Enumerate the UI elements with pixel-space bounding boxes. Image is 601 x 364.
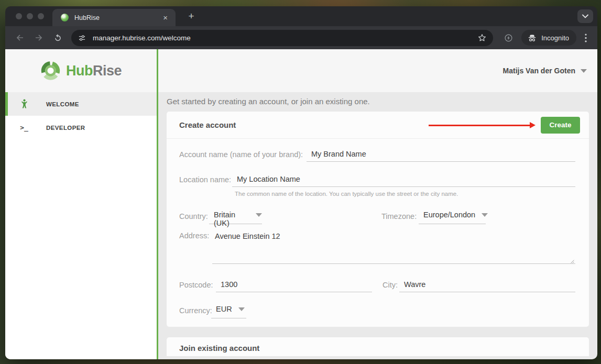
bookmark-star-icon[interactable] (477, 33, 487, 42)
create-account-title: Create account (179, 120, 236, 129)
account-name-label: Account name (name of your brand): (179, 150, 303, 159)
incognito-badge: Incognito (521, 30, 576, 46)
incognito-icon (527, 34, 537, 42)
back-icon (15, 33, 25, 42)
browser-toolbar: manager.hubrise.com/welcome Incognito (5, 26, 597, 49)
create-account-card: Create account Create Account name (name… (167, 112, 589, 327)
back-button[interactable] (13, 31, 27, 45)
join-account-card: Join existing account (167, 337, 589, 356)
sidebar-item-welcome[interactable]: WELCOME (5, 92, 157, 116)
zoom-window-button[interactable] (38, 13, 44, 19)
location-name-label: Location name: (179, 175, 231, 184)
url-bar[interactable]: manager.hubrise.com/welcome (71, 30, 493, 46)
logo-wordmark: HubRise (66, 63, 122, 79)
create-button[interactable]: Create (541, 117, 580, 134)
timezone-select[interactable]: Europe/London (419, 211, 486, 224)
close-window-button[interactable] (16, 13, 22, 19)
welcome-person-icon (18, 99, 30, 109)
currency-label: Currency: (179, 306, 212, 315)
new-tab-button[interactable]: + (185, 10, 198, 23)
city-label: City: (383, 281, 398, 289)
chevron-down-icon (582, 14, 588, 18)
forward-icon (34, 33, 43, 42)
country-label: Country: (179, 212, 208, 220)
performance-mode-button[interactable] (501, 31, 515, 45)
browser-menu-button[interactable] (581, 34, 591, 42)
join-account-title: Join existing account (179, 344, 259, 352)
annotation-arrow-icon (429, 125, 530, 126)
resize-grip-icon[interactable] (569, 258, 574, 263)
intro-text: Get started by creating an account, or j… (167, 97, 589, 106)
battery-saver-leaf-icon (504, 34, 513, 42)
chevron-down-icon (238, 307, 245, 311)
hubrise-page: HubRise Matijs Van der Goten WELCOME >_ (5, 49, 597, 359)
location-name-help: The common name of the location. You can… (235, 191, 458, 197)
terminal-icon: >_ (18, 124, 30, 131)
kebab-menu-icon (585, 34, 587, 42)
sidebar-item-developer[interactable]: >_ DEVELOPER (5, 116, 157, 139)
chevron-down-icon (482, 213, 488, 217)
page-header: HubRise Matijs Van der Goten (5, 49, 597, 92)
hubrise-logo[interactable]: HubRise (40, 59, 122, 82)
user-name: Matijs Van der Goten (503, 67, 575, 75)
tab-hubrise[interactable]: HubRise × (52, 9, 176, 26)
create-account-form: Account name (name of your brand): Locat… (167, 139, 589, 327)
chevron-down-icon (581, 69, 587, 73)
browser-window: HubRise × + (5, 6, 597, 359)
site-settings-icon (78, 34, 86, 42)
location-name-input[interactable] (232, 173, 575, 187)
tab-title: HubRise (74, 14, 161, 21)
close-tab-icon[interactable]: × (161, 13, 169, 23)
address-label: Address: (179, 231, 209, 240)
hubrise-favicon-icon (61, 14, 69, 21)
sidebar: WELCOME >_ DEVELOPER (5, 92, 157, 359)
postcode-input[interactable] (216, 279, 372, 292)
sidebar-item-label: DEVELOPER (46, 125, 85, 131)
main-content: Get started by creating an account, or j… (158, 92, 597, 359)
url-text: manager.hubrise.com/welcome (93, 34, 477, 42)
sidebar-divider (157, 49, 158, 359)
city-input[interactable] (399, 279, 575, 292)
hubrise-logo-icon (40, 59, 61, 82)
incognito-label: Incognito (541, 34, 569, 42)
postcode-label: Postcode: (179, 281, 213, 289)
chevron-down-icon (256, 213, 262, 217)
forward-button[interactable] (32, 31, 46, 45)
reload-button[interactable] (51, 31, 64, 45)
timezone-label: Timezone: (381, 212, 417, 220)
currency-select[interactable]: EUR (211, 305, 246, 318)
tab-search-button[interactable] (577, 9, 593, 23)
account-name-input[interactable] (307, 148, 575, 162)
address-textarea[interactable]: Avenue Einstein 12 (212, 229, 575, 264)
sidebar-item-label: WELCOME (46, 101, 79, 107)
traffic-lights (16, 13, 44, 19)
user-menu[interactable]: Matijs Van der Goten (503, 49, 587, 92)
tab-strip: HubRise × + (5, 6, 597, 26)
reload-icon (53, 34, 62, 42)
country-select[interactable]: Britain (UK) (209, 211, 262, 224)
site-info-button[interactable] (75, 31, 89, 45)
minimize-window-button[interactable] (27, 13, 33, 19)
create-account-header: Create account Create (167, 112, 589, 139)
